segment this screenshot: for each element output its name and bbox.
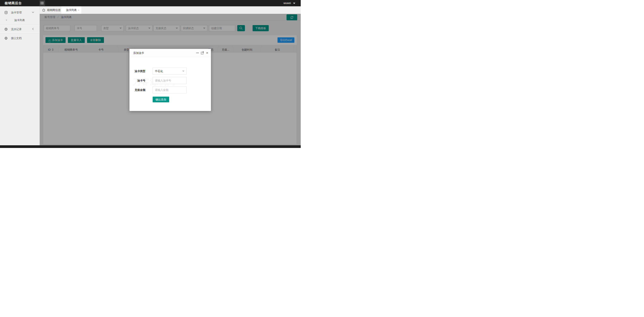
chevron-down-icon bbox=[32, 11, 34, 13]
sidebar-divider bbox=[0, 24, 40, 25]
sidebar-item-fuel-card-management[interactable]: 油卡管理 bbox=[0, 9, 40, 16]
fuel-card-type-select[interactable]: 中石化 bbox=[153, 67, 186, 75]
amount-field[interactable] bbox=[153, 86, 186, 93]
sidebar-subitem-label: 油卡列表 bbox=[14, 16, 25, 24]
minimize-button[interactable] bbox=[196, 49, 199, 57]
username: wuwei bbox=[284, 1, 291, 4]
sidebar-item-api-docs[interactable]: 接口文档 bbox=[0, 34, 40, 42]
top-bar: 核销商后台 wuwei bbox=[0, 0, 301, 6]
tab-label: 核销商信息 bbox=[47, 8, 60, 11]
sidebar-item-transaction-records[interactable]: 流水记录 bbox=[0, 25, 40, 33]
caret-down-icon bbox=[182, 70, 184, 72]
fuel-card-no-input[interactable] bbox=[153, 77, 186, 84]
sidebar-item-label: 接口文档 bbox=[11, 34, 22, 42]
tab-label: 油卡列表 bbox=[66, 8, 77, 11]
card-no-label: 油卡号 bbox=[137, 77, 145, 84]
collapse-menu-button[interactable] bbox=[40, 0, 45, 6]
submenu-arrow-icon: > bbox=[6, 16, 7, 24]
add-fuel-card-dialog: 添加油卡 × 刀客源码网 油卡类型 中石化 油卡号 bbox=[130, 49, 211, 111]
tab-bar: 核销商信息 油卡列表 × bbox=[40, 6, 301, 14]
bottom-bar bbox=[0, 145, 301, 148]
close-button[interactable]: × bbox=[206, 49, 209, 57]
form-row-card-no: 油卡号 bbox=[130, 77, 211, 84]
app-title: 核销商后台 bbox=[4, 0, 22, 6]
amount-label: 充值金额 bbox=[135, 86, 145, 93]
chevron-left-icon bbox=[32, 28, 34, 30]
history-icon bbox=[4, 27, 8, 31]
caret-down-icon bbox=[293, 3, 295, 4]
sidebar: 油卡管理 > 油卡列表 流水记录 接口文档 bbox=[0, 6, 40, 145]
sidebar-divider bbox=[0, 33, 40, 34]
selected-type-value: 中石化 bbox=[155, 68, 163, 74]
close-icon: × bbox=[206, 51, 208, 55]
sidebar-item-fuel-card-list[interactable]: > 油卡列表 bbox=[0, 16, 40, 24]
sidebar-item-label: 油卡管理 bbox=[11, 9, 22, 16]
home-icon bbox=[42, 9, 45, 11]
form-row-type: 油卡类型 中石化 bbox=[130, 67, 211, 75]
minimize-icon bbox=[196, 53, 199, 53]
tab-fuel-card-list[interactable]: 油卡列表 × bbox=[61, 6, 81, 14]
dialog-body: 刀客源码网 油卡类型 中石化 油卡号 充值金额 确认添加 bbox=[130, 57, 211, 111]
tab-close-icon[interactable]: × bbox=[78, 6, 80, 14]
sidebar-item-label: 流水记录 bbox=[11, 25, 22, 33]
maximize-button[interactable] bbox=[201, 49, 204, 57]
type-label: 油卡类型 bbox=[135, 67, 145, 75]
database-icon bbox=[4, 11, 8, 14]
confirm-add-button[interactable]: 确认添加 bbox=[153, 97, 169, 102]
form-row-amount: 充值金额 bbox=[130, 86, 211, 93]
gear-icon bbox=[4, 37, 8, 40]
recharge-amount-input[interactable] bbox=[153, 86, 186, 93]
tab-merchant-info[interactable]: 核销商信息 bbox=[42, 6, 60, 14]
user-menu[interactable]: wuwei bbox=[284, 0, 295, 6]
dialog-title: 添加油卡 bbox=[133, 49, 144, 57]
card-no-field[interactable] bbox=[153, 77, 186, 84]
dialog-header[interactable]: 添加油卡 × bbox=[130, 49, 211, 57]
